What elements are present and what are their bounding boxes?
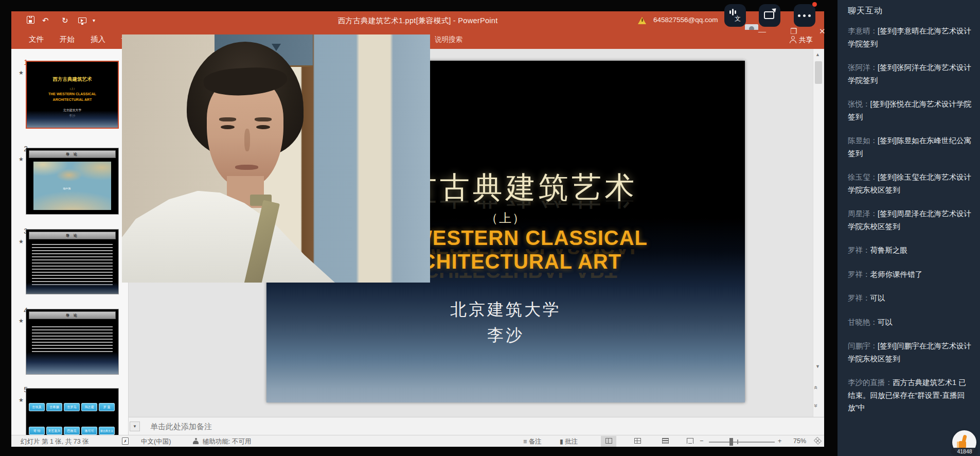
zoom-out-button[interactable]: − (700, 437, 703, 445)
thumb4-header: 导 论 (29, 311, 115, 319)
chat-message: 李沙的直播：西方古典建筑艺术1 已结束。回放已保存在“群设置-直播回放”中 (848, 376, 972, 414)
voice-to-text-button[interactable]: 文 (724, 4, 746, 27)
presenter-mouth (235, 165, 258, 170)
tell-me-search[interactable]: 说明搜索 (435, 35, 462, 44)
accessibility-status[interactable]: 辅助功能: 不可用 (203, 437, 251, 446)
thumbnail-slide-2[interactable]: 导 论 地中海 (26, 148, 119, 215)
comments-toggle[interactable]: ▮ 批注 (560, 437, 578, 446)
presenter-shirt (122, 191, 337, 283)
notification-dot (812, 2, 817, 7)
thumb1-title: 西方古典建筑艺术 (27, 76, 118, 83)
zoom-in-button[interactable]: + (778, 437, 781, 445)
slide-author: 李沙 (266, 324, 745, 347)
chat-message: 李意晴：[签到]李意晴在北海艺术设计学院签到 (848, 25, 972, 50)
thumb2-map-label: 地中海 (63, 187, 70, 190)
notes-pane[interactable]: ▼ 单击此处添加备注 (129, 417, 824, 435)
account-email[interactable]: 645827556@qq.com (653, 16, 718, 24)
animation-star-icon: ★ (19, 69, 24, 76)
notes-placeholder[interactable]: 单击此处添加备注 (150, 422, 212, 432)
zoom-slider-thumb[interactable] (729, 438, 733, 446)
fit-to-window-button[interactable] (810, 436, 825, 447)
slide-thumbnail-panel: 1 ★ 西方古典建筑艺术 （上） THE WESTERN CLASSICAL A… (11, 49, 129, 435)
chat-message: 张阿洋：[签到]张阿洋在北海艺术设计学院签到 (848, 61, 972, 86)
chat-message: 罗祥：荷鲁斯之眼 (848, 244, 972, 257)
tab-home[interactable]: 开始 (60, 34, 75, 44)
slide-counter[interactable]: 幻灯片 第 1 张, 共 73 张 (21, 437, 89, 446)
thumb5-button: 洛可可 (81, 427, 97, 435)
minimize-button[interactable]: — (758, 27, 766, 36)
thumbnail-slide-1[interactable]: 西方古典建筑艺术 （上） THE WESTERN CLASSICAL ARCHI… (26, 61, 119, 129)
animation-star-icon: ★ (19, 156, 24, 163)
chat-panel: 聊天互动 李意晴：[签到]李意晴在北海艺术设计学院签到 张阿洋：[签到]张阿洋在… (838, 0, 980, 456)
chat-message: 徐玉玺：[签到]徐玉玺在北海艺术设计学院东校区签到 (848, 171, 972, 196)
normal-view-button[interactable] (601, 436, 616, 447)
thumbnail-slide-5[interactable]: 古埃及 古希腊 古罗马 拜占庭 罗 曼 哥 特 文艺复兴 巴洛克 洛可可 新古典… (26, 388, 119, 435)
thumb5-button: 巴洛克 (64, 427, 79, 435)
spellcheck-icon[interactable]: ✗ (122, 437, 129, 445)
accessibility-icon (192, 438, 199, 445)
chat-header: 聊天互动 (848, 6, 883, 16)
tab-insert[interactable]: 插入 (91, 34, 105, 44)
chat-message: 罗祥：可以 (848, 292, 972, 305)
restore-button[interactable]: ❐ (790, 27, 797, 36)
presenter-eye (221, 125, 235, 129)
slide-scrollbar[interactable]: ▲ ▼ « » (813, 49, 824, 435)
more-options-button[interactable] (794, 4, 815, 27)
chat-message: 闫鹏宇：[签到]闫鹏宇在北海艺术设计学院东校区签到 (848, 340, 972, 365)
previous-slide-icon[interactable]: « (812, 386, 819, 389)
thumb1-en2: ARCHITECTURAL ART (27, 98, 118, 101)
animation-star-icon: ★ (19, 238, 24, 245)
scroll-down-icon[interactable]: ▼ (815, 364, 820, 369)
voice-to-text-icon: 文 (735, 14, 741, 23)
next-slide-icon[interactable]: » (812, 404, 819, 407)
animation-star-icon: ★ (19, 318, 24, 324)
thumbnail-slide-4[interactable]: 导 论 (26, 309, 119, 375)
share-person-icon (789, 36, 796, 43)
animation-star-icon: ★ (19, 397, 24, 404)
chat-message: 周星泽：[签到]周星泽在北海艺术设计学院东校区签到 (848, 207, 972, 233)
rotate-screen-button[interactable] (759, 4, 780, 27)
thumb1-en1: THE WESTERN CLASSICAL (27, 92, 118, 96)
thumb5-button: 罗 曼 (99, 403, 114, 411)
status-bar: 幻灯片 第 1 张, 共 73 张 ✗ 中文(中国) 辅助功能: 不可用 ≡ 备… (11, 435, 824, 447)
webcam-overlay[interactable] (122, 34, 430, 283)
thumb3-header: 导 论 (29, 232, 115, 239)
thumb1-sub: （上） (27, 87, 118, 90)
scroll-up-icon[interactable]: ▲ (815, 52, 820, 57)
thumb5-button: 哥 特 (29, 427, 44, 435)
slideshow-view-button[interactable] (682, 436, 698, 447)
thumbnail-slide-3[interactable]: 导 论 (26, 229, 119, 294)
thumb5-button: 古埃及 (29, 403, 44, 411)
warning-icon (638, 17, 646, 24)
scrollbar-thumb[interactable] (815, 61, 822, 84)
title-bar: ↶ ↻ ▾ 西方古典建筑艺术1.ppt[兼容模式] - PowerPoint 6… (11, 11, 824, 30)
tab-file[interactable]: 文件 (29, 34, 44, 44)
chat-message-list[interactable]: 李意晴：[签到]李意晴在北海艺术设计学院签到 张阿洋：[签到]张阿洋在北海艺术设… (848, 25, 972, 426)
thumb2-header: 导 论 (29, 150, 115, 158)
presenter-eye (256, 125, 270, 129)
zoom-slider[interactable] (709, 442, 775, 443)
thumb5-button: 新古典主义 (99, 427, 114, 435)
like-count-badge: 41848 (951, 448, 978, 455)
thumb2-map-image: 地中海 (33, 162, 111, 211)
thumb5-button: 古希腊 (46, 403, 62, 411)
chat-message: 张悦：[签到]张悦在北海艺术设计学院签到 (848, 98, 972, 123)
share-button[interactable]: 共享 (789, 35, 813, 45)
thumb5-button: 古罗马 (64, 403, 79, 411)
more-icon (798, 14, 800, 17)
chat-message: 陈昱如：[签到]陈昱如在东峰世纪公寓签到 (848, 134, 972, 160)
slide-sorter-view-button[interactable] (630, 436, 645, 447)
thumb5-button: 拜占庭 (81, 403, 97, 411)
reading-view-button[interactable] (657, 436, 673, 447)
chat-message: 罗祥：老师你课件错了 (848, 268, 972, 281)
notes-toggle[interactable]: ≡ 备注 (523, 437, 542, 446)
rotate-screen-icon (764, 11, 774, 19)
language-status[interactable]: 中文(中国) (141, 437, 171, 446)
slide-organization: 北京建筑大学 (266, 299, 745, 321)
thumb5-button: 文艺复兴 (46, 427, 62, 435)
chat-message: 甘晓艳：可以 (848, 316, 972, 329)
notes-collapse-icon[interactable]: ▼ (130, 422, 140, 431)
zoom-level[interactable]: 75% (793, 437, 806, 445)
close-button[interactable]: ✕ (819, 27, 826, 36)
zoom-slider-notch (737, 440, 738, 444)
